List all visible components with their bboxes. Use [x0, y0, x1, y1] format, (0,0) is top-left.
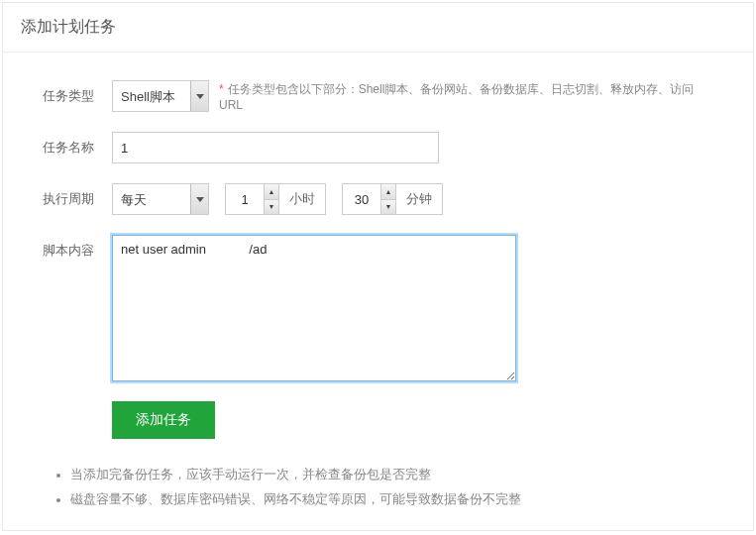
hour-down-icon[interactable]: ▼	[265, 200, 278, 215]
minute-input[interactable]	[343, 184, 380, 214]
minute-down-icon[interactable]: ▼	[381, 200, 395, 215]
cycle-period-select[interactable]: 每天	[112, 183, 209, 215]
note-item: 当添加完备份任务，应该手动运行一次，并检查备份包是否完整	[70, 463, 713, 487]
task-form: 任务类型 Shell脚本 *任务类型包含以下部分：Shell脚本、备份网站、备份…	[3, 53, 753, 522]
minute-stepper[interactable]: ▲ ▼ 分钟	[342, 183, 443, 215]
label-script: 脚本内容	[43, 235, 112, 260]
task-name-input[interactable]	[112, 132, 439, 163]
label-task-type: 任务类型	[43, 80, 112, 105]
minute-unit: 分钟	[396, 184, 442, 214]
add-task-button[interactable]: 添加任务	[112, 401, 215, 439]
notes-list: 当添加完备份任务，应该手动运行一次，并检查备份包是否完整 磁盘容量不够、数据库密…	[54, 463, 713, 512]
row-script: 脚本内容	[43, 235, 713, 381]
row-task-name: 任务名称	[43, 132, 713, 163]
task-type-select[interactable]: Shell脚本	[112, 80, 209, 112]
note-item: 磁盘容量不够、数据库密码错误、网络不稳定等原因，可能导致数据备份不完整	[70, 487, 713, 512]
script-textarea[interactable]	[112, 235, 516, 381]
hour-stepper[interactable]: ▲ ▼ 小时	[225, 183, 326, 215]
task-type-hint: *任务类型包含以下部分：Shell脚本、备份网站、备份数据库、日志切割、释放内存…	[219, 81, 713, 112]
add-task-panel: 添加计划任务 任务类型 Shell脚本 *任务类型包含以下部分：Shell脚本、…	[2, 2, 754, 531]
label-task-name: 任务名称	[43, 132, 112, 157]
hour-unit: 小时	[279, 184, 325, 214]
hour-up-icon[interactable]: ▲	[265, 184, 278, 200]
minute-up-icon[interactable]: ▲	[381, 184, 395, 200]
label-cycle: 执行周期	[43, 183, 112, 208]
hour-input[interactable]	[226, 184, 264, 214]
panel-title: 添加计划任务	[3, 3, 753, 53]
row-cycle: 执行周期 每天 ▲ ▼ 小时	[43, 183, 713, 215]
row-task-type: 任务类型 Shell脚本 *任务类型包含以下部分：Shell脚本、备份网站、备份…	[43, 80, 713, 112]
